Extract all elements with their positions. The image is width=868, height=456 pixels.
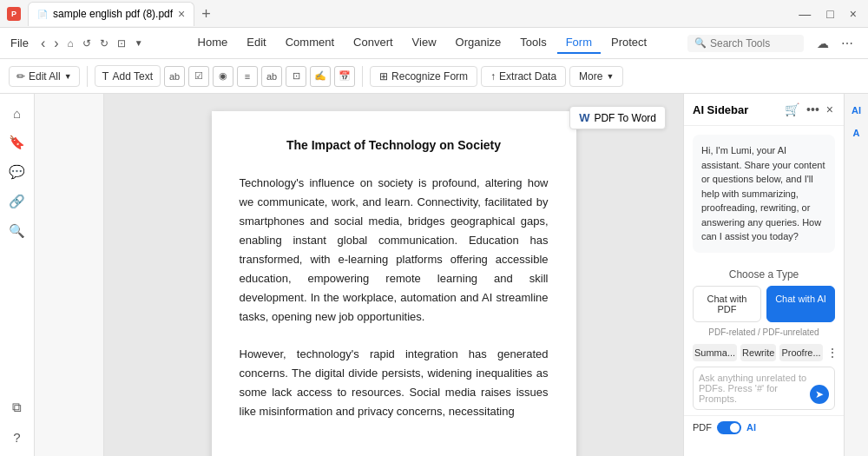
edit-all-btn[interactable]: ✏ Edit All ▼ — [9, 66, 80, 87]
pdf-related-label: PDF-related / PDF-unrelated — [684, 327, 844, 337]
pdf-to-word-label: PDF To Word — [594, 112, 656, 124]
ai-tabs-more-btn[interactable]: ⋮ — [826, 346, 838, 360]
radio-btn[interactable]: ◉ — [213, 66, 233, 87]
menubar: File ‹ › ⌂ ↺ ↻ ⊡ ▼ Home Edit Comment Con… — [0, 28, 868, 59]
rotate-btn[interactable]: ↺ — [79, 36, 95, 51]
ai-type-buttons: Chat with PDF Chat with AI — [684, 286, 844, 322]
search-tools-input[interactable] — [710, 37, 797, 50]
cart-icon[interactable]: 🛒 — [783, 101, 801, 118]
ai-action-tabs: Summa... Rewrite Proofrе... ⋮ — [684, 344, 844, 361]
ellipsis-icon[interactable]: ••• — [805, 101, 821, 118]
ai-input-placeholder: Ask anything unrelated to PDFs. Press '#… — [699, 373, 810, 404]
print-btn[interactable]: ⊡ — [114, 36, 129, 51]
page-panel — [35, 94, 104, 456]
menu-organize[interactable]: Organize — [447, 32, 510, 54]
right-mini-icon-a[interactable]: A — [847, 123, 866, 142]
menu-items: Home Edit Comment Convert View Organize … — [166, 32, 679, 54]
search-tools-box[interactable]: 🔍 — [687, 35, 804, 52]
close-sidebar-icon[interactable]: × — [825, 101, 835, 118]
menu-form[interactable]: Form — [557, 32, 601, 54]
sidebar-icon-link[interactable]: 🔗 — [5, 189, 30, 214]
toolbar-separator-1 — [87, 66, 88, 87]
ai-send-btn[interactable]: ➤ — [810, 385, 829, 404]
sidebar-icon-comment[interactable]: 💬 — [5, 160, 30, 184]
right-mini-icon-ai[interactable]: AI — [847, 101, 866, 120]
rewrite-tab[interactable]: Rewrite — [740, 344, 776, 361]
chat-with-ai-btn[interactable]: Chat with AI — [766, 286, 835, 322]
rotate2-btn[interactable]: ↻ — [96, 36, 112, 51]
ai-toggle-switch[interactable] — [717, 421, 741, 434]
menu-view[interactable]: View — [404, 32, 445, 54]
list-btn[interactable]: ≡ — [237, 66, 258, 87]
edit-dropdown-icon: ▼ — [64, 72, 72, 81]
right-mini-sidebar: AI A — [844, 94, 868, 456]
ai-sidebar-title: AI Sidebar — [693, 103, 779, 116]
toolbar-separator-2 — [362, 66, 363, 87]
close-btn[interactable]: × — [845, 5, 861, 23]
ai-intro-box: Hi, I'm Lumi, your AI assistant. Share y… — [693, 135, 835, 253]
document-area: W PDF To Word The Impact of Technology o… — [104, 94, 683, 456]
document-para2: However, technology's rapid integration … — [240, 345, 549, 421]
search-icon: 🔍 — [694, 37, 707, 49]
menu-right-more[interactable]: ⋯ — [837, 35, 858, 52]
menu-tools[interactable]: Tools — [511, 32, 555, 54]
more-btn[interactable]: More ▼ — [569, 66, 623, 87]
active-tab[interactable]: 📄 sample english pdf (8).pdf × — [28, 2, 194, 26]
cloud-btn[interactable]: ☁ — [812, 35, 833, 52]
pdf-to-word-btn[interactable]: W PDF To Word — [569, 106, 666, 129]
summarize-tab[interactable]: Summa... — [693, 344, 737, 361]
chat-with-pdf-label: Chat with PDF — [707, 294, 747, 314]
main-layout: ⌂ 🔖 💬 🔗 🔍 ⧉ ? W PDF To Word The Impact o… — [0, 94, 868, 456]
word-icon: W — [579, 111, 589, 124]
document-title: The Impact of Technology on Society — [240, 135, 549, 156]
sidebar-icon-layers[interactable]: ⧉ — [5, 395, 30, 420]
minimize-btn[interactable]: — — [794, 5, 815, 23]
menu-file[interactable]: File — [10, 36, 29, 50]
menu-home[interactable]: Home — [189, 32, 237, 54]
checkbox-icon-btn[interactable]: ab — [164, 66, 185, 87]
tab-close-btn[interactable]: × — [178, 7, 185, 21]
menu-comment[interactable]: Comment — [277, 32, 343, 54]
sidebar-icon-home[interactable]: ⌂ — [5, 101, 30, 125]
menu-right-actions: ☁ ⋯ — [812, 35, 858, 52]
date-btn[interactable]: 📅 — [334, 66, 355, 87]
sign-btn[interactable]: ✍ — [310, 66, 331, 87]
maximize-btn[interactable]: □ — [822, 5, 838, 23]
recognize-icon: ⊞ — [379, 70, 388, 83]
extract-icon: ↑ — [490, 70, 496, 83]
check-btn[interactable]: ☑ — [188, 66, 209, 87]
ai-intro-text: Hi, I'm Lumi, your AI assistant. Share y… — [701, 145, 825, 241]
back-btn[interactable]: ‹ — [37, 34, 49, 53]
text-icon: T — [102, 69, 109, 83]
toolbar: ✏ Edit All ▼ T Add Text ab ☑ ◉ ≡ ab ⊡ ✍ … — [0, 59, 868, 94]
edit-all-label: Edit All — [29, 70, 61, 83]
text2-btn[interactable]: ab — [261, 66, 282, 87]
sidebar-icon-search[interactable]: 🔍 — [5, 219, 30, 243]
add-text-btn[interactable]: T Add Text — [95, 65, 161, 87]
tab-label: sample english pdf (8).pdf — [53, 8, 173, 20]
edit-icon: ✏ — [16, 70, 25, 83]
sidebar-icon-help[interactable]: ? — [5, 425, 30, 449]
add-text-label: Add Text — [113, 70, 153, 83]
chat-with-pdf-btn[interactable]: Chat with PDF — [693, 286, 761, 322]
ai-footer: PDF AI — [684, 415, 844, 439]
forward-btn[interactable]: › — [50, 34, 62, 53]
new-tab-btn[interactable]: + — [201, 6, 211, 22]
proofread-tab[interactable]: Proofrе... — [779, 344, 822, 361]
sidebar-icon-bookmark[interactable]: 🔖 — [5, 130, 30, 155]
pdf-footer-label: PDF — [693, 422, 712, 433]
img-btn[interactable]: ⊡ — [286, 66, 306, 87]
more-dropdown-icon: ▼ — [606, 72, 614, 81]
window-controls: — □ × — [794, 5, 861, 23]
dropdown-btn[interactable]: ▼ — [131, 36, 147, 50]
home-nav-btn[interactable]: ⌂ — [64, 36, 77, 51]
ai-input-area[interactable]: Ask anything unrelated to PDFs. Press '#… — [693, 367, 835, 410]
summarize-tab-label: Summa... — [694, 347, 735, 358]
more-label: More — [579, 70, 602, 83]
menu-protect[interactable]: Protect — [602, 32, 655, 54]
ai-footer-label: AI — [746, 422, 756, 433]
menu-edit[interactable]: Edit — [238, 32, 274, 54]
menu-convert[interactable]: Convert — [345, 32, 402, 54]
recognize-form-btn[interactable]: ⊞ Recognize Form — [370, 66, 477, 87]
extract-data-btn[interactable]: ↑ Extract Data — [481, 66, 566, 87]
